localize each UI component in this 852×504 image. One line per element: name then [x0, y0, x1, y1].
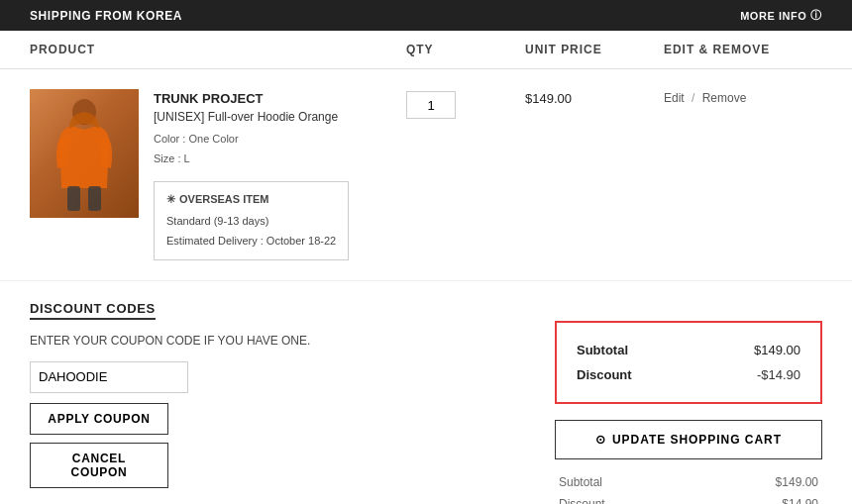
product-image — [30, 89, 139, 218]
more-info-link[interactable]: MORE INFO ⓘ — [740, 8, 822, 23]
unit-price-col: $149.00 — [525, 89, 664, 106]
estimated-delivery: Estimated Delivery : October 18-22 — [166, 232, 336, 252]
cart-table-header: PRODUCT QTY UNIT PRICE EDIT & REMOVE — [0, 31, 852, 69]
overseas-box: ✳ OVERSEAS ITEM Standard (9-13 days) Est… — [154, 181, 349, 260]
remove-link[interactable]: Remove — [702, 91, 747, 105]
product-brand: TRUNK PROJECT — [154, 91, 349, 106]
subtotal-label: Subtotal — [577, 343, 628, 357]
more-info-label: MORE INFO — [740, 10, 806, 22]
product-color: Color : One Color — [154, 130, 349, 150]
header-qty: QTY — [406, 43, 525, 56]
qty-input[interactable] — [406, 91, 456, 119]
summary-discount-row: Discount -$14.90 — [559, 497, 818, 504]
discount-row: Discount -$14.90 — [577, 367, 800, 382]
header-product: PRODUCT — [30, 43, 228, 56]
product-details: TRUNK PROJECT [UNISEX] Full-over Hoodie … — [154, 89, 349, 260]
discount-value: -$14.90 — [757, 367, 800, 382]
summary-subtotal-value: $149.00 — [776, 475, 818, 489]
header-unit-price: UNIT PRICE — [525, 43, 664, 56]
edit-link[interactable]: Edit — [664, 91, 685, 105]
update-cart-button[interactable]: ⊙ UPDATE SHOPPING CART — [555, 420, 822, 459]
overseas-title: ✳ OVERSEAS ITEM — [166, 190, 336, 210]
qty-col — [406, 89, 525, 119]
discount-label: Discount — [577, 367, 632, 382]
summary-discount-value: -$14.90 — [778, 497, 818, 504]
summary-discount-label: Discount — [559, 497, 605, 504]
overseas-icon: ✳ — [166, 190, 175, 210]
cancel-coupon-button[interactable]: CANCEL COUPON — [30, 443, 168, 488]
product-figure-svg — [50, 94, 119, 213]
update-cart-label: UPDATE SHOPPING CART — [612, 433, 782, 447]
page-wrapper: SHIPPING FROM KOREA MORE INFO ⓘ PRODUCT … — [0, 0, 852, 504]
summary-subtotal-row: Subtotal $149.00 — [559, 475, 818, 489]
svg-rect-1 — [67, 186, 80, 211]
subtotal-box: Subtotal $149.00 Discount -$14.90 — [555, 321, 822, 404]
discount-section: DISCOUNT CODES ENTER YOUR COUPON CODE IF… — [30, 301, 525, 504]
product-name: [UNISEX] Full-over Hoodie Orange — [154, 110, 349, 124]
edit-remove-col: Edit / Remove — [664, 89, 822, 105]
discount-title: DISCOUNT CODES — [30, 301, 156, 320]
header-edit-remove: EDIT & REMOVE — [664, 43, 822, 56]
divider: / — [692, 91, 698, 105]
discount-hint: ENTER YOUR COUPON CODE IF YOU HAVE ONE. — [30, 332, 525, 350]
top-banner: SHIPPING FROM KOREA MORE INFO ⓘ — [0, 0, 852, 31]
update-cart-icon: ⊙ — [595, 433, 606, 447]
cart-row: TRUNK PROJECT [UNISEX] Full-over Hoodie … — [0, 69, 852, 281]
subtotal-row: Subtotal $149.00 — [577, 343, 800, 357]
product-col: TRUNK PROJECT [UNISEX] Full-over Hoodie … — [30, 89, 406, 260]
product-size: Size : L — [154, 150, 349, 169]
delivery-speed: Standard (9-13 days) — [166, 212, 336, 232]
summary-subtotal-label: Subtotal — [559, 475, 602, 489]
bottom-section: DISCOUNT CODES ENTER YOUR COUPON CODE IF… — [0, 281, 852, 504]
info-icon: ⓘ — [810, 8, 822, 23]
summary-section: Subtotal $149.00 Discount -$14.90 GRAND … — [555, 475, 822, 504]
right-panel: Subtotal $149.00 Discount -$14.90 ⊙ UPDA… — [555, 301, 822, 504]
subtotal-value: $149.00 — [754, 343, 800, 357]
apply-coupon-button[interactable]: APPLY COUPON — [30, 403, 168, 435]
svg-rect-2 — [88, 186, 101, 211]
coupon-input[interactable] — [30, 361, 188, 393]
shipping-text: SHIPPING FROM KOREA — [30, 9, 182, 23]
header-empty — [228, 43, 406, 56]
